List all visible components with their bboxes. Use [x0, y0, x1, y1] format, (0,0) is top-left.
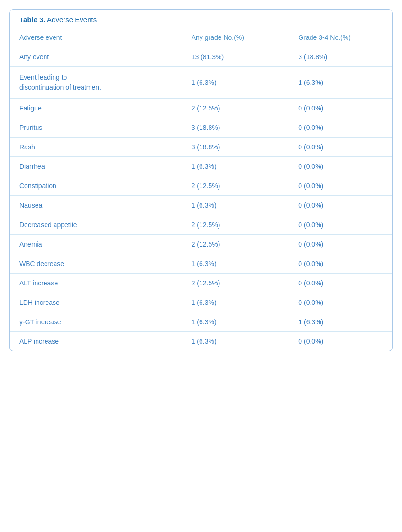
grade-3-4-cell: 1 (6.3%) [289, 312, 392, 332]
event-name-cell: Event leading todiscontinuation of treat… [10, 67, 182, 99]
any-grade-cell: 1 (6.3%) [182, 293, 289, 312]
event-name-cell: Nausea [10, 196, 182, 215]
grade-3-4-cell: 1 (6.3%) [289, 67, 392, 99]
table-row: LDH increase1 (6.3%)0 (0.0%) [10, 293, 392, 312]
any-grade-cell: 1 (6.3%) [182, 332, 289, 351]
grade-3-4-cell: 0 (0.0%) [289, 254, 392, 274]
event-name-cell: Constipation [10, 176, 182, 196]
table-row: Fatigue2 (12.5%)0 (0.0%) [10, 99, 392, 118]
col-header-event: Adverse event [10, 28, 182, 47]
grade-3-4-cell: 0 (0.0%) [289, 99, 392, 118]
event-name-cell: Rash [10, 138, 182, 157]
any-grade-cell: 2 (12.5%) [182, 176, 289, 196]
table-row: Nausea1 (6.3%)0 (0.0%) [10, 196, 392, 215]
event-name-cell: ALT increase [10, 274, 182, 293]
any-grade-cell: 2 (12.5%) [182, 235, 289, 254]
table-title-bold: Table 3. [19, 16, 46, 24]
grade-3-4-cell: 3 (18.8%) [289, 47, 392, 67]
grade-3-4-cell: 0 (0.0%) [289, 293, 392, 312]
any-grade-cell: 3 (18.8%) [182, 138, 289, 157]
table-header-row: Adverse event Any grade No.(%) Grade 3-4… [10, 28, 392, 47]
any-grade-cell: 1 (6.3%) [182, 157, 289, 176]
event-name-cell: γ-GT increase [10, 312, 182, 332]
event-name-cell: Anemia [10, 235, 182, 254]
any-grade-cell: 1 (6.3%) [182, 67, 289, 99]
table-row: ALP increase1 (6.3%)0 (0.0%) [10, 332, 392, 351]
event-name-cell: Fatigue [10, 99, 182, 118]
table-row: γ-GT increase1 (6.3%)1 (6.3%) [10, 312, 392, 332]
event-name-cell: ALP increase [10, 332, 182, 351]
grade-3-4-cell: 0 (0.0%) [289, 196, 392, 215]
event-name-cell: Any event [10, 47, 182, 67]
any-grade-cell: 1 (6.3%) [182, 196, 289, 215]
grade-3-4-cell: 0 (0.0%) [289, 332, 392, 351]
table-row: Anemia2 (12.5%)0 (0.0%) [10, 235, 392, 254]
grade-3-4-cell: 0 (0.0%) [289, 274, 392, 293]
grade-3-4-cell: 0 (0.0%) [289, 235, 392, 254]
grade-3-4-cell: 0 (0.0%) [289, 215, 392, 235]
any-grade-cell: 2 (12.5%) [182, 99, 289, 118]
grade-3-4-cell: 0 (0.0%) [289, 138, 392, 157]
grade-3-4-cell: 0 (0.0%) [289, 118, 392, 138]
table-row: Decreased appetite2 (12.5%)0 (0.0%) [10, 215, 392, 235]
table-row: Diarrhea1 (6.3%)0 (0.0%) [10, 157, 392, 176]
table-row: Pruritus3 (18.8%)0 (0.0%) [10, 118, 392, 138]
table-row: Event leading todiscontinuation of treat… [10, 67, 392, 99]
event-name-cell: Decreased appetite [10, 215, 182, 235]
table-row: Constipation2 (12.5%)0 (0.0%) [10, 176, 392, 196]
table-row: WBC decrease1 (6.3%)0 (0.0%) [10, 254, 392, 274]
adverse-events-table: Table 3. Adverse Events Adverse event An… [9, 9, 393, 351]
any-grade-cell: 2 (12.5%) [182, 274, 289, 293]
any-grade-cell: 1 (6.3%) [182, 254, 289, 274]
any-grade-cell: 3 (18.8%) [182, 118, 289, 138]
any-grade-cell: 2 (12.5%) [182, 215, 289, 235]
col-header-grade-3-4: Grade 3-4 No.(%) [289, 28, 392, 47]
event-name-cell: LDH increase [10, 293, 182, 312]
table-row: Rash3 (18.8%)0 (0.0%) [10, 138, 392, 157]
table-title: Table 3. Adverse Events [10, 10, 392, 28]
event-name-cell: WBC decrease [10, 254, 182, 274]
event-name-cell: Pruritus [10, 118, 182, 138]
event-name-cell: Diarrhea [10, 157, 182, 176]
grade-3-4-cell: 0 (0.0%) [289, 176, 392, 196]
table-row: Any event13 (81.3%)3 (18.8%) [10, 47, 392, 67]
col-header-any-grade: Any grade No.(%) [182, 28, 289, 47]
any-grade-cell: 1 (6.3%) [182, 312, 289, 332]
table-row: ALT increase2 (12.5%)0 (0.0%) [10, 274, 392, 293]
table-title-text: Adverse Events [46, 16, 97, 24]
grade-3-4-cell: 0 (0.0%) [289, 157, 392, 176]
any-grade-cell: 13 (81.3%) [182, 47, 289, 67]
